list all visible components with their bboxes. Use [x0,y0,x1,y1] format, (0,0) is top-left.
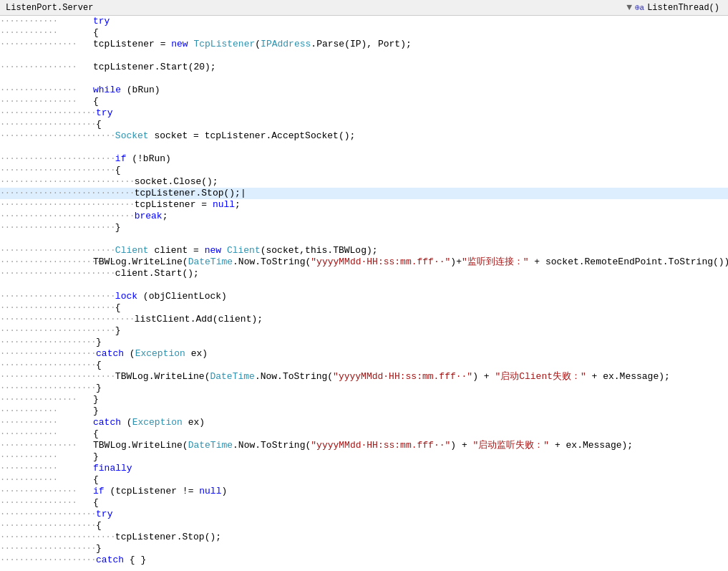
line-gutter: ···························· [0,176,135,188]
code-line: ························TBWLog.WriteLine… [0,256,728,268]
token-kw: if [93,486,105,496]
line-content: break; [135,211,728,222]
code-line: ················tcpListener.Start(20); [0,62,728,73]
line-content: } [115,222,728,234]
code-line: ····························socket.Close… [0,176,728,188]
line-gutter: ························ [0,245,115,256]
code-line: ························Socket socket = … [0,130,728,142]
token-punc: ( [255,39,261,49]
line-content: { [93,96,728,107]
token-type: TcpListener [193,39,255,49]
token-punc: { [93,428,99,439]
line-content: lock (objClientLock) [115,291,728,302]
token-type: IPAddress [261,39,311,49]
token-punc: { [93,27,99,38]
token-type: Client [227,245,261,256]
token-kw: null [199,486,221,496]
line-gutter: ················ [0,85,93,96]
code-line: ························} [0,325,728,337]
token-var: tcpListener [135,199,196,210]
token-plain: TBWLog.WriteLine( [93,440,188,451]
line-content: TBWLog.WriteLine(DateTime.Now.ToString("… [93,440,728,451]
line-content: Client client = new Client(socket,this.T… [115,245,728,256]
code-line: ············} [0,406,728,417]
line-gutter: ················ [0,440,93,451]
code-line: ························client.Start(); [0,268,728,279]
line-gutter: ···················· [0,360,96,371]
token-punc: . [155,62,160,72]
token-punc: + ex.Message); [586,371,670,382]
code-line: ················} [0,394,728,406]
token-punc: (tcpListener != [105,486,200,496]
top-bar-divider: ▼ [626,2,632,13]
token-punc: } [96,543,102,554]
line-content: if (tcpListener != null) [93,486,728,497]
token-punc: } [115,325,121,336]
line-content: } [96,337,728,348]
line-content: while (bRun) [93,85,728,96]
line-content: try [96,107,728,119]
token-punc: )+ [450,256,462,267]
token-punc: ) [221,486,227,496]
code-line [0,73,728,85]
line-gutter: ···················· [0,119,96,130]
token-kw: catch [96,348,124,359]
line-content: { [93,497,728,509]
line-gutter: ···················· [0,337,96,348]
token-plain: listClient.Add(client); [135,314,263,325]
token-punc: { } [124,555,146,565]
code-line: ····················} [0,337,728,348]
code-line: ················{ [0,96,728,107]
token-punc: ) [450,440,456,451]
token-kw: while [93,85,121,95]
code-line: ················TBWLog.WriteLine(DateTim… [0,440,728,451]
line-gutter: ···················· [0,107,96,119]
token-plain: Parse(IP), [316,39,378,49]
method-icon: ⊕a [635,3,644,12]
code-line: ························lock (objClientL… [0,291,728,302]
token-punc: = [195,199,212,210]
code-line: ················{ [0,497,728,509]
code-line [0,142,728,153]
token-punc: } [96,383,102,393]
line-gutter: ···················· [0,555,96,566]
code-line: ············{ [0,474,728,486]
token-var: tcpListener [93,62,155,72]
token-kw: new [205,245,221,256]
top-bar-method: ListenThread() [647,3,719,13]
token-plain: socket.Close(); [135,176,218,187]
token-var: tcpListener [115,532,177,542]
token-punc: { [115,302,121,313]
line-gutter: ············ [0,27,93,39]
token-type: DateTime [210,371,254,382]
code-line: ····················try [0,107,728,119]
line-content: { [96,360,728,371]
line-gutter: ···················· [0,509,96,520]
token-kw: catch [93,417,121,428]
token-plain: Port [378,39,400,49]
top-bar: ListenPort.Server ▼ ⊕a ListenThread() [0,0,728,16]
token-type: Socket [115,130,149,141]
token-type: Exception [132,417,183,428]
line-content: Socket socket = tcpListener.AcceptSocket… [115,130,728,142]
token-str: "启动监听失败：" [473,440,550,451]
line-gutter: ························ [0,371,115,383]
code-editor[interactable]: ············try············{············… [0,16,728,566]
line-content: listClient.Add(client); [135,314,728,325]
line-gutter: ············ [0,474,93,486]
token-kw: break [135,211,162,221]
token-plain: Now.ToString( [238,256,311,267]
line-content: tcpListener.Start(20); [93,62,728,73]
token-punc: ; [162,211,168,221]
line-gutter: ············ [0,417,93,428]
code-line: ············{ [0,27,728,39]
code-line: ························{ [0,302,728,314]
token-punc: { [96,119,102,130]
line-gutter: ···················· [0,348,96,360]
line-content: catch { } [96,555,728,566]
line-gutter: ························ [0,268,115,279]
line-content: { [96,119,728,130]
line-content: try [93,16,728,27]
line-gutter: ························ [0,222,115,234]
token-punc: + ex.Message); [549,440,633,451]
